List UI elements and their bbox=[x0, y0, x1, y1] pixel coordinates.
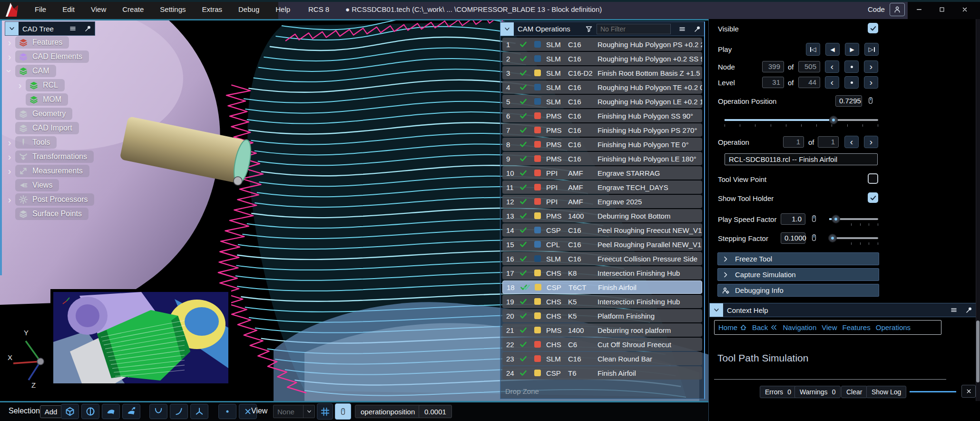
cam-operation-row[interactable]: 14 CSP C16 Peel Roughing Freecut NEW_V1 bbox=[502, 223, 702, 237]
cam-operation-row[interactable]: 1 SLM C16 Roughing Hub Polygon PS +0.2 2… bbox=[502, 38, 702, 51]
expander-icon[interactable] bbox=[4, 38, 15, 47]
selection-filter-button[interactable] bbox=[170, 404, 188, 419]
tree-item[interactable]: CAD Import bbox=[4, 121, 79, 135]
selection-filter-button[interactable] bbox=[61, 404, 79, 419]
cam-operation-row[interactable]: 13 PMS 1400 Deburring Root Bottom bbox=[502, 209, 702, 222]
selection-filter-button[interactable] bbox=[218, 404, 236, 419]
operation-name-field[interactable]: RCL-SDCB0118.rcl -- Finish Airfoil bbox=[725, 153, 878, 165]
tree-item[interactable]: Post Processors bbox=[4, 193, 94, 206]
menu-item[interactable]: Edit bbox=[54, 0, 83, 19]
tree-item[interactable]: Features bbox=[4, 36, 69, 49]
play-forward-button[interactable] bbox=[845, 43, 859, 56]
cam-operation-row[interactable]: 10 PPI AMF Engrave STARRAG bbox=[502, 166, 702, 180]
tool-view-point-checkbox[interactable] bbox=[868, 173, 878, 184]
scrollbar-thumb[interactable] bbox=[976, 321, 980, 382]
cam-operation-row[interactable]: 2 SLM C16 Roughing Hub Polygon +0.2 SS 9… bbox=[502, 52, 702, 65]
help-nav-link[interactable]: Navigation bbox=[783, 323, 816, 331]
stepping-factor-slider[interactable] bbox=[829, 237, 878, 239]
operation-position-slider[interactable] bbox=[725, 119, 878, 121]
user-account-icon[interactable] bbox=[890, 3, 905, 16]
cam-operation-row[interactable]: 7 PMS C16 Finishing Hub Polygon PS 270° bbox=[502, 123, 702, 137]
play-speed-factor-input[interactable]: 1.0 bbox=[781, 213, 805, 225]
chevron-down-icon[interactable] bbox=[303, 405, 314, 418]
tree-item[interactable]: Views bbox=[4, 179, 59, 192]
show-tool-holder-checkbox[interactable] bbox=[868, 192, 878, 203]
panel-collapse-chevron-icon[interactable] bbox=[710, 303, 723, 317]
close-statusbar-button[interactable] bbox=[961, 385, 976, 398]
help-nav-link[interactable]: Back bbox=[752, 323, 777, 331]
panel-pin-icon[interactable] bbox=[694, 25, 701, 33]
panel-menu-icon[interactable] bbox=[678, 25, 686, 33]
drop-zone[interactable]: Drop Zone bbox=[500, 384, 704, 399]
skip-to-start-button[interactable] bbox=[806, 43, 820, 56]
expander-icon[interactable] bbox=[4, 138, 15, 147]
node-next-button[interactable] bbox=[864, 60, 878, 73]
cam-operation-row[interactable]: 18 CSP T6CT Finish Airfoil bbox=[502, 281, 702, 294]
view-dropdown[interactable]: None bbox=[273, 405, 315, 418]
play-speed-slider[interactable] bbox=[829, 218, 878, 220]
visible-checkbox[interactable] bbox=[868, 23, 878, 33]
tree-item-pill[interactable]: Post Processors bbox=[15, 193, 94, 206]
mouse-wheel-icon[interactable] bbox=[810, 232, 818, 243]
cam-operation-row[interactable]: 19 CHS K5 Intersection Finishing Hub bbox=[502, 295, 702, 308]
operation-value-input[interactable]: 1 bbox=[783, 136, 804, 148]
level-value-input[interactable]: 31 bbox=[762, 77, 784, 88]
maximize-button[interactable] bbox=[931, 0, 953, 19]
expander-icon[interactable] bbox=[4, 52, 15, 61]
menu-item[interactable]: File bbox=[27, 0, 54, 19]
tree-item-pill[interactable]: CAD Import bbox=[15, 122, 79, 134]
panel-menu-icon[interactable] bbox=[950, 306, 958, 314]
level-prev-button[interactable] bbox=[825, 76, 839, 89]
panel-pin-icon[interactable] bbox=[84, 25, 92, 32]
menu-item[interactable]: Debug bbox=[230, 0, 267, 19]
selection-filter-button[interactable] bbox=[190, 404, 208, 419]
cam-operation-row[interactable]: 9 PMS C16 Finishing Hub Polygon LE 180° bbox=[502, 152, 702, 165]
menu-item[interactable]: Settings bbox=[152, 0, 194, 19]
cam-operation-row[interactable]: 23 SLM C16 Clean Round Bar bbox=[502, 352, 702, 365]
operation-position-input[interactable]: 0.7295 bbox=[835, 95, 862, 107]
help-nav-link[interactable]: View bbox=[822, 323, 837, 331]
mouse-wheel-icon[interactable] bbox=[867, 95, 874, 106]
menu-item[interactable]: Create bbox=[114, 0, 152, 19]
tree-item[interactable]: CAM bbox=[4, 64, 56, 78]
tree-item-pill[interactable]: CAM bbox=[15, 65, 56, 77]
help-nav-link[interactable]: Operations bbox=[876, 323, 911, 331]
cam-operation-row[interactable]: 6 PMS C16 Finishing Hub Polygon SS 90° bbox=[502, 109, 702, 122]
cam-operation-row[interactable]: 16 SLM C16 Freecut Collision Pressure Si… bbox=[502, 252, 702, 265]
tree-item-pill[interactable]: Geometry bbox=[15, 108, 72, 120]
cam-operation-row[interactable]: 12 PPI AMF Engrave 2025 bbox=[502, 195, 702, 208]
tree-item[interactable]: Surface Points bbox=[4, 207, 88, 221]
level-current-button[interactable] bbox=[844, 76, 859, 89]
tree-item[interactable]: CAD Elements bbox=[4, 50, 89, 63]
expander-icon[interactable] bbox=[4, 195, 15, 204]
cam-operation-row[interactable]: 4 SLM C16 Roughing Hub Polygon TE +0.2 0… bbox=[502, 80, 702, 94]
tree-item[interactable]: Tools bbox=[4, 136, 57, 149]
code-button[interactable]: Code bbox=[868, 0, 885, 19]
cam-operation-row[interactable]: 24 CSP T6 Finish Airfoil bbox=[502, 366, 702, 380]
panel-collapse-chevron-icon[interactable] bbox=[500, 22, 514, 36]
selection-filter-button[interactable] bbox=[122, 404, 140, 419]
panel-collapse-chevron-icon[interactable] bbox=[5, 22, 19, 35]
cam-operation-row[interactable]: 3 SLM C16-D2 Finish Root Bottom Basis Z … bbox=[502, 66, 702, 80]
operation-next-button[interactable] bbox=[864, 136, 878, 148]
tree-item[interactable]: RCL bbox=[14, 79, 65, 92]
parameter-value-field[interactable]: 0.0001 bbox=[419, 405, 452, 418]
play-backward-button[interactable] bbox=[825, 43, 840, 56]
cam-operation-row[interactable]: 20 CHS K5 Platform Finishing bbox=[502, 309, 702, 322]
cam-operation-row[interactable]: 11 PPI AMF Engrave TECH_DAYS bbox=[502, 180, 702, 194]
tree-item-pill[interactable]: Measurements bbox=[15, 165, 89, 177]
help-topic-title[interactable]: Tool Path Simulation bbox=[717, 352, 808, 364]
filter-input[interactable] bbox=[597, 24, 671, 34]
collapsible-section[interactable]: Debugging Info bbox=[717, 284, 879, 297]
filter-icon[interactable] bbox=[585, 25, 593, 33]
panel-pin-icon[interactable] bbox=[965, 306, 973, 314]
node-prev-button[interactable] bbox=[825, 60, 839, 73]
active-parameter-field[interactable]: operationposition bbox=[355, 405, 421, 418]
operation-prev-button[interactable] bbox=[844, 136, 859, 148]
selection-filter-button[interactable] bbox=[81, 404, 99, 419]
node-current-button[interactable] bbox=[844, 60, 859, 73]
tree-item-pill[interactable]: MOM bbox=[26, 93, 68, 106]
collapsible-section[interactable]: Freeze Tool bbox=[717, 252, 879, 265]
menu-item[interactable]: Help bbox=[267, 0, 298, 19]
clear-button[interactable]: Clear bbox=[841, 386, 867, 398]
